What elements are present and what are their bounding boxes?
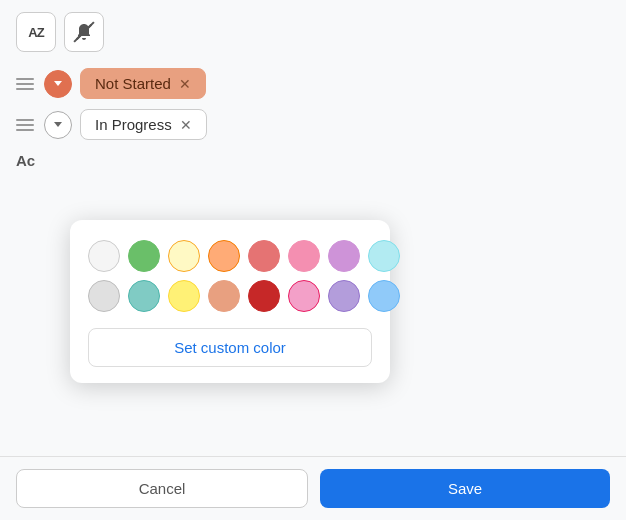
color-swatch-r2-2[interactable]: [128, 280, 160, 312]
bottom-bar: Cancel Save: [0, 456, 626, 520]
bell-strikethrough-icon: [74, 22, 94, 42]
save-button[interactable]: Save: [320, 469, 610, 508]
filter-rows: Not Started ✕ In Progress ✕: [0, 68, 626, 140]
toolbar: AZ: [0, 0, 626, 64]
drag-handle-1[interactable]: [16, 78, 36, 90]
color-swatch-r1-8[interactable]: [368, 240, 400, 272]
close-icon-not-started[interactable]: ✕: [179, 76, 191, 92]
color-swatch-r1-7[interactable]: [328, 240, 360, 272]
color-swatch-r2-3[interactable]: [168, 280, 200, 312]
add-filter-button[interactable]: Ac: [16, 152, 35, 169]
color-picker-popup: Set custom color: [70, 220, 390, 383]
filter-row-2: In Progress ✕: [16, 109, 610, 140]
color-grid: [88, 240, 372, 312]
color-swatch-r2-4[interactable]: [208, 280, 240, 312]
color-swatch-r2-7[interactable]: [328, 280, 360, 312]
cancel-button[interactable]: Cancel: [16, 469, 308, 508]
tag-chip-not-started[interactable]: Not Started ✕: [80, 68, 206, 99]
add-row: Ac: [0, 144, 626, 178]
main-area: AZ Not Started: [0, 0, 626, 520]
chevron-down-icon-1: [54, 81, 62, 86]
strikethrough-button[interactable]: [64, 12, 104, 52]
color-swatch-r1-2[interactable]: [128, 240, 160, 272]
tag-label-in-progress: In Progress: [95, 116, 172, 133]
chevron-down-icon-2: [54, 122, 62, 127]
color-swatch-r2-5[interactable]: [248, 280, 280, 312]
az-button[interactable]: AZ: [16, 12, 56, 52]
color-swatch-r1-6[interactable]: [288, 240, 320, 272]
tag-label-not-started: Not Started: [95, 75, 171, 92]
color-swatch-r2-1[interactable]: [88, 280, 120, 312]
color-swatch-r1-4[interactable]: [208, 240, 240, 272]
drag-handle-2[interactable]: [16, 119, 36, 131]
color-swatch-r2-8[interactable]: [368, 280, 400, 312]
tag-chip-in-progress[interactable]: In Progress ✕: [80, 109, 207, 140]
color-swatch-r1-1[interactable]: [88, 240, 120, 272]
color-swatch-r2-6[interactable]: [288, 280, 320, 312]
close-icon-in-progress[interactable]: ✕: [180, 117, 192, 133]
toggle-btn-1[interactable]: [44, 70, 72, 98]
set-custom-color-button[interactable]: Set custom color: [88, 328, 372, 367]
az-icon: AZ: [28, 25, 43, 40]
color-swatch-r1-3[interactable]: [168, 240, 200, 272]
color-swatch-r1-5[interactable]: [248, 240, 280, 272]
toggle-btn-2[interactable]: [44, 111, 72, 139]
filter-row-1: Not Started ✕: [16, 68, 610, 99]
